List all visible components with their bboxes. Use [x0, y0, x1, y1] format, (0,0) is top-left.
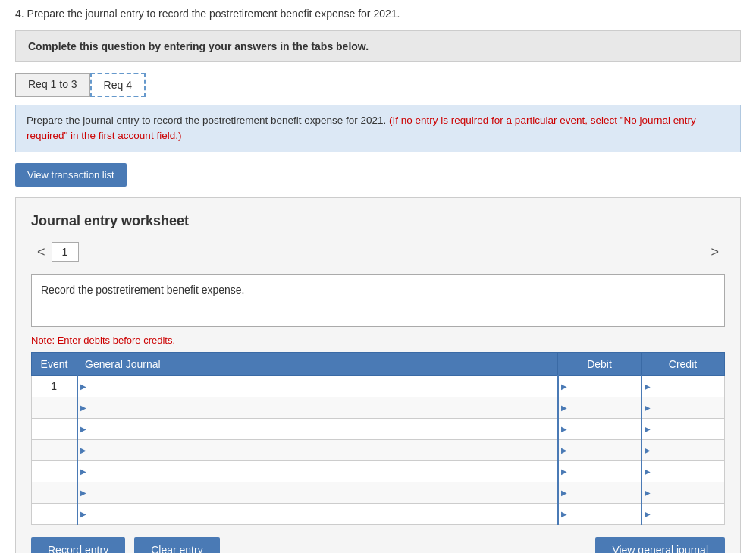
journal-cell[interactable] — [77, 460, 558, 482]
journal-input[interactable] — [78, 376, 557, 397]
journal-input[interactable] — [78, 482, 557, 503]
worksheet-container: Journal entry worksheet < 1 > Record the… — [15, 197, 741, 554]
credit-input[interactable] — [642, 440, 725, 460]
event-cell — [32, 503, 77, 524]
instruction-box: Complete this question by entering your … — [15, 30, 741, 62]
question-text: Prepare the journal entry to record the … — [27, 8, 400, 20]
question-number: 4. — [15, 8, 24, 20]
table-row — [32, 439, 725, 460]
info-box: Prepare the journal entry to record the … — [15, 105, 741, 152]
header-event: Event — [32, 352, 77, 375]
debit-input[interactable] — [559, 461, 641, 482]
clear-entry-button[interactable]: Clear entry — [134, 537, 219, 554]
instruction-text: Complete this question by entering your … — [28, 40, 369, 52]
debit-cell[interactable] — [558, 460, 642, 482]
credit-input[interactable] — [642, 461, 725, 482]
credit-input[interactable] — [642, 482, 725, 503]
tab-req4[interactable]: Req 4 — [90, 73, 146, 97]
table-row — [32, 482, 725, 503]
credit-input[interactable] — [642, 376, 725, 397]
journal-cell[interactable] — [77, 418, 558, 439]
journal-input[interactable] — [78, 419, 557, 439]
event-cell: 1 — [32, 375, 77, 397]
event-cell — [32, 397, 77, 418]
info-text-before: Prepare the journal entry to record the … — [27, 115, 386, 126]
credit-input[interactable] — [642, 504, 725, 524]
view-transaction-button[interactable]: View transaction list — [15, 163, 127, 187]
record-entry-button[interactable]: Record entry — [31, 537, 125, 554]
debit-cell[interactable] — [558, 375, 642, 397]
debit-cell[interactable] — [558, 397, 642, 418]
credit-input[interactable] — [642, 397, 725, 418]
journal-input[interactable] — [78, 461, 557, 482]
journal-input[interactable] — [78, 440, 557, 460]
debit-input[interactable] — [559, 440, 641, 460]
debit-cell[interactable] — [558, 482, 642, 503]
question-header: 4. Prepare the journal entry to record t… — [15, 8, 741, 20]
event-cell — [32, 439, 77, 460]
table-row — [32, 503, 725, 524]
worksheet-title: Journal entry worksheet — [31, 213, 725, 229]
journal-cell[interactable] — [77, 375, 558, 397]
note-text: Note: Enter debits before credits. — [31, 335, 725, 346]
tabs-row: Req 1 to 3 Req 4 — [15, 73, 741, 97]
credit-cell[interactable] — [642, 503, 725, 524]
table-row — [32, 418, 725, 439]
action-buttons: Record entry Clear entry View general jo… — [31, 537, 725, 554]
credit-input[interactable] — [642, 419, 725, 439]
credit-cell[interactable] — [642, 482, 725, 503]
journal-table: Event General Journal Debit Credit 1 — [31, 352, 725, 525]
debit-input[interactable] — [559, 419, 641, 439]
credit-cell[interactable] — [642, 439, 725, 460]
table-row: 1 — [32, 375, 725, 397]
journal-cell[interactable] — [77, 482, 558, 503]
journal-cell[interactable] — [77, 439, 558, 460]
debit-input[interactable] — [559, 482, 641, 503]
journal-cell[interactable] — [77, 397, 558, 418]
event-cell — [32, 482, 77, 503]
header-debit: Debit — [558, 352, 642, 375]
view-general-journal-button[interactable]: View general journal — [595, 537, 725, 554]
nav-row: < 1 > — [31, 241, 725, 263]
credit-cell[interactable] — [642, 375, 725, 397]
event-cell — [32, 418, 77, 439]
journal-cell[interactable] — [77, 503, 558, 524]
prev-arrow-button[interactable]: < — [31, 241, 52, 263]
tab-req1to3[interactable]: Req 1 to 3 — [15, 73, 90, 97]
credit-cell[interactable] — [642, 397, 725, 418]
debit-input[interactable] — [559, 504, 641, 524]
event-cell — [32, 460, 77, 482]
table-row — [32, 397, 725, 418]
journal-input[interactable] — [78, 397, 557, 418]
credit-cell[interactable] — [642, 460, 725, 482]
description-text: Record the postretirement benefit expens… — [41, 284, 245, 296]
debit-input[interactable] — [559, 376, 641, 397]
debit-cell[interactable] — [558, 418, 642, 439]
description-box: Record the postretirement benefit expens… — [31, 274, 725, 327]
debit-cell[interactable] — [558, 503, 642, 524]
header-general-journal: General Journal — [77, 352, 558, 375]
journal-input[interactable] — [78, 504, 557, 524]
page-number-box: 1 — [52, 242, 79, 262]
table-row — [32, 460, 725, 482]
debit-cell[interactable] — [558, 439, 642, 460]
next-arrow-button[interactable]: > — [704, 241, 725, 263]
credit-cell[interactable] — [642, 418, 725, 439]
header-credit: Credit — [642, 352, 725, 375]
debit-input[interactable] — [559, 397, 641, 418]
